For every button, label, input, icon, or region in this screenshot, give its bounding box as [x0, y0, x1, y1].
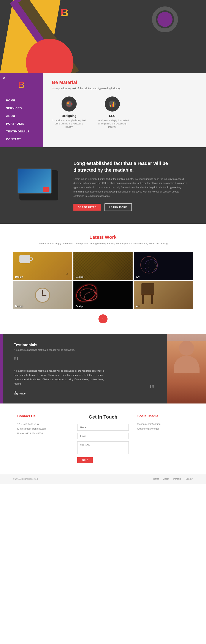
sidebar-item-home[interactable]: HOME — [6, 96, 43, 104]
cta-image — [17, 168, 60, 202]
person-silhouette — [167, 340, 206, 404]
contact-email: E-mail: info@sitenmae.com — [17, 426, 69, 431]
sidebar-link-contact[interactable]: CONTACT — [6, 138, 21, 141]
sidebar-link-home[interactable]: HOME — [6, 99, 15, 102]
portfolio-item-5[interactable]: Design — [73, 281, 133, 309]
portfolio-label-1: Design — [15, 276, 23, 278]
cta-buttons: GET STARTED LEARN MORE — [73, 204, 189, 211]
service-designing: Designing Lorem ipsum is simply dummy te… — [52, 96, 86, 128]
testimonials-content: Testimonials It is a long established fa… — [3, 334, 167, 404]
sidebar-link-portfolio[interactable]: PORTFOLIO — [6, 122, 24, 125]
testimonials-tagline: It is a long established fact that a rea… — [14, 348, 156, 351]
portfolio-item-4[interactable]: Design — [13, 281, 72, 309]
sidebar-item-services[interactable]: SERVICES — [6, 104, 43, 112]
portfolio-title: Latest Work — [13, 234, 193, 240]
svg-rect-8 — [110, 105, 111, 106]
testimonial-photo — [167, 334, 206, 404]
portfolio-label-5: Design — [76, 305, 83, 308]
svg-rect-9 — [112, 104, 113, 106]
seo-desc: Lorem ipsum is simply dummy text of the … — [95, 119, 130, 128]
get-started-button[interactable]: GET STARTED — [73, 204, 101, 210]
cta-text: Long established fact that a reader will… — [73, 160, 189, 211]
services-row: Designing Lorem ipsum is simply dummy te… — [52, 96, 197, 128]
designing-title: Designing — [52, 114, 86, 118]
sidebar-item-about[interactable]: ABOUT — [6, 112, 43, 120]
tablet-front — [17, 168, 52, 194]
cta-body: Lorem ipsum is simply dummy text of the … — [73, 177, 189, 198]
seo-icon — [105, 96, 120, 112]
send-button[interactable]: SEND — [77, 457, 93, 463]
footer-bar: © 2015 All rights reserved. Home About P… — [0, 474, 206, 484]
portfolio-label-2: Design — [76, 276, 83, 278]
quote-open-icon: " — [14, 356, 156, 367]
purple-bar — [0, 334, 3, 404]
contact-section: Contact Us 123, New York, USA E-mail: in… — [0, 404, 206, 474]
message-input[interactable] — [77, 442, 129, 454]
portfolio-subtitle: Lorem ipsum is simply dummy text of the … — [13, 242, 193, 246]
footer-nav-portfolio[interactable]: Portfolio — [173, 478, 181, 480]
hero-section: B — [0, 0, 206, 73]
designing-desc: Lorem ipsum is simply dummy text of the … — [52, 119, 86, 128]
testimonials-section: Testimonials It is a long established fa… — [0, 334, 206, 404]
portfolio-item-1[interactable]: Design ☞ — [13, 252, 72, 280]
learn-more-button[interactable]: LEARN MORE — [105, 204, 132, 211]
portfolio-label-4: Design — [15, 305, 23, 308]
sidebar-item-contact[interactable]: CONTACT — [6, 135, 43, 143]
portfolio-item-6[interactable]: Art — [134, 281, 193, 309]
email-input[interactable] — [77, 433, 129, 439]
sidebar: × B HOME SERVICES ABOUT PORTFOLIO TESTIM… — [0, 73, 43, 147]
facebook-link[interactable]: facebook.com/johnjeo — [137, 423, 160, 425]
intro-subtitle: is simply dummy text of the printing and… — [52, 87, 197, 90]
footer-nav: Home About Portfolio Contact — [153, 478, 193, 480]
portfolio-next-button[interactable]: › — [98, 314, 108, 324]
quote-by: by — [14, 390, 156, 392]
copyright-text: © 2015 All rights reserved. — [13, 478, 38, 480]
quote-author: by Jary Austen — [14, 390, 156, 395]
twitter-link[interactable]: twitter.com/@johnjeo — [137, 428, 159, 430]
portfolio-label-3: Art — [136, 276, 140, 278]
footer-nav-about[interactable]: About — [163, 478, 169, 480]
hero-donut-inner — [157, 12, 172, 27]
portfolio-header: Latest Work Lorem ipsum is simply dummy … — [13, 234, 193, 246]
service-seo: SEO Lorem ipsum is simply dummy text of … — [95, 96, 130, 128]
sidebar-logo-letter: B — [18, 80, 25, 90]
seo-title: SEO — [95, 114, 130, 118]
contact-phone: Phone: +123 234 45678 — [17, 431, 69, 436]
contact-address: 123, New York, USA — [17, 422, 69, 426]
quote-text: It is a long established fact that a rea… — [14, 369, 105, 386]
contact-col-2: Get In Touch SEND — [77, 414, 129, 463]
testimonials-title: Testimonials — [14, 343, 156, 347]
sidebar-link-about[interactable]: ABOUT — [6, 114, 17, 118]
content-area: Be Material is simply dummy text of the … — [43, 73, 206, 147]
hero-logo: B — [60, 6, 69, 19]
cta-section: Long established fact that a reader will… — [0, 147, 206, 224]
portfolio-section: Latest Work Lorem ipsum is simply dummy … — [0, 224, 206, 334]
sidebar-item-portfolio[interactable]: PORTFOLIO — [6, 120, 43, 128]
intro-title: Be Material — [52, 80, 197, 85]
portfolio-grid: Design ☞ Design Art — [13, 252, 193, 309]
footer-nav-home[interactable]: Home — [153, 478, 159, 480]
portfolio-label-6: Art — [136, 305, 140, 308]
footer-nav-contact[interactable]: Contact — [186, 478, 193, 480]
contact-col-3: Social Media facebook.com/johnjeo twitte… — [137, 414, 189, 463]
quote-close-icon: " — [150, 382, 154, 397]
contact-form: SEND — [77, 424, 129, 463]
close-icon[interactable]: × — [3, 76, 6, 80]
author-name: Jary Austen — [14, 392, 156, 395]
portfolio-item-3[interactable]: Art — [134, 252, 193, 280]
name-input[interactable] — [77, 424, 129, 431]
contact-col-1: Contact Us 123, New York, USA E-mail: in… — [17, 414, 69, 463]
portfolio-item-2[interactable]: Design — [73, 252, 133, 280]
social-media-title: Social Media — [137, 414, 189, 418]
get-in-touch-title: Get In Touch — [77, 414, 129, 420]
cta-title: Long established fact that a reader will… — [73, 160, 189, 174]
sidebar-link-services[interactable]: SERVICES — [6, 106, 22, 110]
sidebar-link-testimonials[interactable]: TESTIMONIALS — [6, 130, 30, 133]
hero-donut — [152, 6, 178, 32]
sidebar-item-testimonials[interactable]: TESTIMONIALS — [6, 128, 43, 135]
sidebar-nav: HOME SERVICES ABOUT PORTFOLIO TESTIMONIA… — [0, 96, 43, 143]
svg-rect-10 — [113, 102, 114, 106]
tablet-accent — [43, 187, 49, 192]
portfolio-arrow: › — [13, 314, 193, 324]
contact-us-title: Contact Us — [17, 414, 69, 418]
